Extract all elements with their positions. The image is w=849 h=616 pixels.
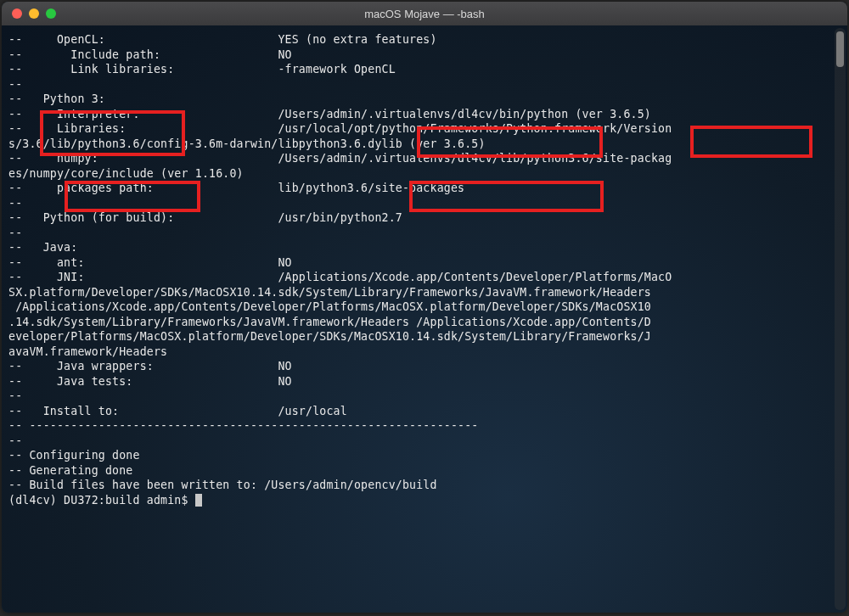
- out-line: -- Generating done: [8, 464, 133, 477]
- out-line: -- Python 3:: [8, 92, 105, 105]
- out-line: -- Python (for build): /usr/bin/python2.…: [8, 211, 402, 224]
- cursor-icon: [195, 494, 202, 507]
- out-line: -- Java wrappers: NO: [8, 360, 292, 372]
- terminal-window: macOS Mojave — -bash -- OpenCL: YES (no …: [2, 2, 847, 613]
- maximize-icon[interactable]: [46, 8, 56, 19]
- terminal-output: -- OpenCL: YES (no extra features) -- In…: [8, 32, 841, 507]
- out-line: es/numpy/core/include (ver 1.16.0): [8, 167, 244, 180]
- out-line: -- Java tests: NO: [8, 375, 292, 388]
- window-title: macOS Mojave — -bash: [2, 8, 847, 20]
- minimize-icon[interactable]: [29, 8, 39, 19]
- terminal-body[interactable]: -- OpenCL: YES (no extra features) -- In…: [2, 25, 847, 613]
- out-line: .14.sdk/System/Library/Frameworks/JavaVM…: [8, 316, 651, 328]
- window-titlebar: macOS Mojave — -bash: [2, 2, 847, 26]
- out-line: -- Libraries: /usr/local/opt/python/Fram…: [8, 122, 672, 135]
- out-line: -- Link libraries: -framework OpenCL: [8, 63, 396, 76]
- out-line: --: [8, 78, 22, 91]
- out-line: -- Build files have been written to: /Us…: [8, 479, 437, 491]
- scrollbar[interactable]: [835, 28, 846, 610]
- close-icon[interactable]: [12, 8, 22, 19]
- shell-prompt[interactable]: (dl4cv) DU372:build admin$: [8, 494, 195, 507]
- out-line: --: [8, 227, 22, 239]
- out-line: -- ant: NO: [8, 256, 292, 269]
- out-line: -- packages path: lib/python3.6/site-pac…: [8, 182, 464, 194]
- out-line: --: [8, 197, 22, 210]
- scrollbar-thumb[interactable]: [836, 31, 844, 67]
- out-line: -- numpy: /Users/admin/.virtualenvs/dl4c…: [8, 152, 672, 165]
- out-line: eveloper/Platforms/MacOSX.platform/Devel…: [8, 330, 651, 343]
- out-line: --: [8, 389, 22, 402]
- out-line: -- -------------------------------------…: [8, 419, 479, 432]
- out-line: -- Java:: [8, 241, 77, 254]
- out-line: -- OpenCL: YES (no extra features): [8, 33, 437, 46]
- out-line: SX.platform/Developer/SDKs/MacOSX10.14.s…: [8, 286, 651, 299]
- out-line: --: [8, 434, 22, 447]
- out-line: -- Interpreter: /Users/admin/.virtualenv…: [8, 108, 651, 120]
- out-line: -- Install to: /usr/local: [8, 405, 347, 417]
- out-line: avaVM.framework/Headers: [8, 345, 167, 358]
- out-line: -- Configuring done: [8, 449, 140, 462]
- traffic-lights: [2, 8, 56, 19]
- out-line: s/3.6/lib/python3.6/config-3.6m-darwin/l…: [8, 137, 486, 150]
- out-line: -- Include path: NO: [8, 48, 292, 61]
- out-line: /Applications/Xcode.app/Contents/Develop…: [8, 300, 651, 313]
- out-line: -- JNI: /Applications/Xcode.app/Contents…: [8, 271, 672, 283]
